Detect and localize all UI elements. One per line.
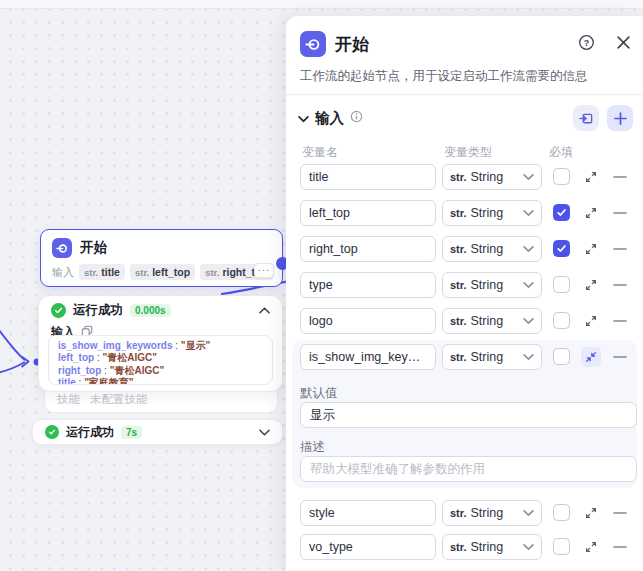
node-param-tag: str. title bbox=[79, 264, 125, 280]
parameter-row: str. String bbox=[300, 534, 643, 560]
start-node-icon bbox=[52, 238, 72, 258]
chevron-down-icon bbox=[523, 509, 534, 517]
param-name-input[interactable] bbox=[300, 500, 436, 526]
column-header-type: 变量类型 bbox=[444, 144, 492, 161]
node-param-tag: str. left_top bbox=[130, 264, 195, 280]
param-type-select[interactable]: str. String bbox=[442, 344, 542, 370]
check-icon bbox=[556, 243, 567, 254]
param-type-select[interactable]: str. String bbox=[442, 500, 542, 526]
required-checkbox[interactable] bbox=[553, 504, 570, 521]
input-section-label: 输入 bbox=[315, 109, 344, 128]
remove-row-button[interactable] bbox=[613, 242, 628, 256]
skill-label: 技能 bbox=[57, 392, 80, 407]
section-chevron-icon[interactable] bbox=[298, 109, 309, 127]
required-checkbox[interactable] bbox=[553, 276, 570, 293]
remove-row-button[interactable] bbox=[613, 350, 628, 364]
param-name-input[interactable] bbox=[300, 200, 436, 226]
help-icon[interactable]: ? bbox=[578, 34, 595, 55]
required-checkbox[interactable] bbox=[553, 312, 570, 329]
remove-row-button[interactable] bbox=[613, 206, 628, 220]
param-type-select[interactable]: str. String bbox=[442, 200, 542, 226]
param-type-select[interactable]: str. String bbox=[442, 164, 542, 190]
run-result-panel: 运行成功 0.000s 输入 is_show_img_keywords : "显… bbox=[38, 295, 283, 392]
check-icon bbox=[556, 207, 567, 218]
param-type-select[interactable]: str. String bbox=[442, 272, 542, 298]
param-name-input[interactable] bbox=[300, 308, 436, 334]
default-value-input[interactable] bbox=[300, 402, 637, 428]
add-parameter-button[interactable] bbox=[607, 105, 633, 131]
param-name-input[interactable] bbox=[300, 236, 436, 262]
run-status-text: 运行成功 bbox=[73, 302, 123, 319]
json-entry: is_show_img_keywords : "显示" bbox=[58, 340, 263, 352]
expand-icon[interactable] bbox=[581, 275, 601, 295]
json-entry: title : "家庭教育" bbox=[58, 377, 263, 385]
remove-row-button[interactable] bbox=[613, 314, 628, 328]
param-name-input[interactable] bbox=[300, 534, 436, 560]
column-header-required: 必填 bbox=[549, 144, 573, 161]
tag-type-prefix: str. bbox=[205, 267, 219, 278]
expand-icon[interactable] bbox=[581, 203, 601, 223]
expand-icon[interactable] bbox=[581, 239, 601, 259]
parameter-row: str. String bbox=[300, 308, 643, 334]
run-duration-badge: 7s bbox=[121, 426, 142, 439]
required-checkbox[interactable] bbox=[553, 538, 570, 555]
chevron-down-icon bbox=[523, 281, 534, 289]
remove-row-button[interactable] bbox=[613, 506, 628, 520]
tag-type-prefix: str. bbox=[84, 267, 98, 278]
panel-description: 工作流的起始节点，用于设定启动工作流需要的信息 bbox=[300, 68, 631, 85]
param-name-input[interactable] bbox=[300, 272, 436, 298]
parameter-row: str. String bbox=[300, 500, 643, 526]
description-label: 描述 bbox=[300, 439, 325, 456]
type-name: String bbox=[471, 506, 504, 520]
param-type-select[interactable]: str. String bbox=[442, 534, 542, 560]
type-name: String bbox=[471, 350, 504, 364]
type-prefix: str. bbox=[450, 207, 467, 219]
column-header-name: 变量名 bbox=[302, 144, 338, 161]
required-checkbox[interactable] bbox=[553, 204, 570, 221]
required-checkbox[interactable] bbox=[553, 348, 570, 365]
start-node-card[interactable]: 开始 输入 str. title str. left_top str. righ… bbox=[40, 229, 283, 287]
run-duration-badge: 0.000s bbox=[130, 304, 171, 317]
svg-text:?: ? bbox=[584, 37, 589, 47]
tag-name: left_top bbox=[152, 266, 190, 278]
collapse-chevron-icon[interactable] bbox=[259, 307, 270, 314]
node-config-panel: 开始 ? 工作流的起始节点，用于设定启动工作流需要的信息 输入 bbox=[286, 16, 643, 571]
parameter-row: str. String bbox=[300, 236, 643, 262]
divider bbox=[286, 94, 643, 95]
param-type-select[interactable]: str. String bbox=[442, 308, 542, 334]
run-input-json-viewer: is_show_img_keywords : "显示"left_top : "青… bbox=[48, 335, 273, 385]
tag-type-prefix: str. bbox=[135, 267, 149, 278]
description-input[interactable] bbox=[300, 456, 637, 482]
type-prefix: str. bbox=[450, 351, 467, 363]
tag-name: title bbox=[101, 266, 120, 278]
close-icon[interactable] bbox=[616, 35, 631, 54]
param-name-input[interactable] bbox=[300, 164, 436, 190]
expand-icon[interactable] bbox=[581, 503, 601, 523]
remove-row-button[interactable] bbox=[613, 278, 628, 292]
remove-row-button[interactable] bbox=[613, 540, 628, 554]
type-prefix: str. bbox=[450, 171, 467, 183]
remove-row-button[interactable] bbox=[613, 170, 628, 184]
required-checkbox[interactable] bbox=[553, 168, 570, 185]
type-prefix: str. bbox=[450, 507, 467, 519]
type-name: String bbox=[471, 540, 504, 554]
type-prefix: str. bbox=[450, 541, 467, 553]
param-name-input[interactable] bbox=[300, 344, 436, 370]
connection-edge bbox=[0, 362, 25, 373]
type-prefix: str. bbox=[450, 279, 467, 291]
node-more-button[interactable]: ··· bbox=[254, 263, 274, 278]
expand-chevron-icon[interactable] bbox=[259, 429, 270, 436]
param-type-select[interactable]: str. String bbox=[442, 236, 542, 262]
type-name: String bbox=[471, 314, 504, 328]
collapse-icon[interactable] bbox=[581, 347, 601, 367]
info-icon[interactable] bbox=[350, 109, 363, 127]
expand-icon[interactable] bbox=[581, 311, 601, 331]
parameter-row: str. String bbox=[300, 344, 643, 370]
expand-icon[interactable] bbox=[581, 167, 601, 187]
required-checkbox[interactable] bbox=[553, 240, 570, 257]
run-success-bar[interactable]: 运行成功 7s bbox=[32, 419, 283, 445]
success-check-icon bbox=[45, 425, 59, 439]
batch-import-button[interactable] bbox=[573, 105, 599, 131]
expand-icon[interactable] bbox=[581, 537, 601, 557]
type-prefix: str. bbox=[450, 315, 467, 327]
